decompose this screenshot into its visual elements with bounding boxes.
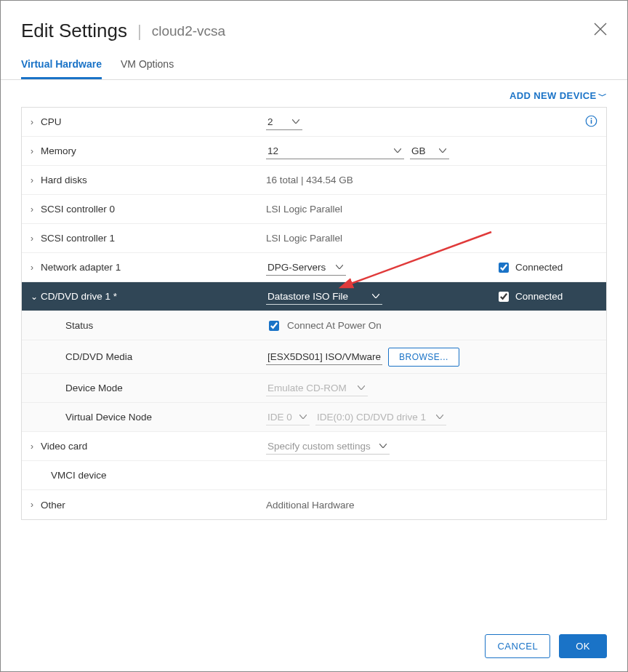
vdn-label: Virtual Device Node [41, 412, 266, 423]
row-scsi-0[interactable]: › SCSI controller 0 LSI Logic Parallel [22, 195, 606, 224]
row-virtual-device-node: Virtual Device Node IDE 0 IDE(0:0) CD/DV… [22, 403, 606, 432]
expand-icon[interactable]: › [31, 233, 41, 244]
add-new-device-label: ADD NEW DEVICE [510, 90, 597, 101]
info-icon[interactable] [585, 115, 597, 129]
tab-virtual-hardware[interactable]: Virtual Hardware [21, 52, 102, 79]
row-memory[interactable]: › Memory 12 GB [22, 137, 606, 166]
row-other[interactable]: › Other Additional Hardware [22, 490, 606, 519]
other-label: Other [41, 500, 266, 511]
toolbar: ADD NEW DEVICE﹀ [1, 80, 627, 107]
expand-icon[interactable]: › [31, 500, 41, 510]
expand-icon[interactable]: › [31, 263, 41, 273]
dialog-title: Edit Settings [21, 20, 127, 42]
hardware-table-container: › CPU 2 › Memory 12 [1, 107, 627, 621]
row-cd-dvd-media: CD/DVD Media BROWSE... [22, 340, 606, 374]
net1-label: Network adapter 1 [41, 262, 266, 273]
expand-icon[interactable]: › [31, 146, 41, 156]
expand-icon[interactable]: › [31, 204, 41, 215]
chevron-down-icon: ﹀ [598, 91, 607, 101]
row-vmci-device: VMCI device [22, 461, 606, 490]
status-label: Status [41, 320, 266, 331]
scsi1-label: SCSI controller 1 [41, 233, 266, 244]
collapse-icon[interactable]: ⌄ [31, 292, 41, 302]
row-cd-dvd-drive-1[interactable]: ⌄ CD/DVD drive 1 * Datastore ISO File Co… [22, 282, 606, 311]
vmci-label: VMCI device [41, 470, 266, 481]
row-video-card[interactable]: › Video card Specify custom settings [22, 432, 606, 461]
video-select[interactable]: Specify custom settings [266, 439, 390, 455]
connect-at-power-on-label: Connect At Power On [287, 320, 382, 331]
cpu-select[interactable]: 2 [266, 114, 302, 130]
other-value: Additional Hardware [266, 500, 496, 511]
scsi0-label: SCSI controller 0 [41, 204, 266, 215]
net1-connected-label: Connected [515, 262, 563, 273]
row-scsi-1[interactable]: › SCSI controller 1 LSI Logic Parallel [22, 224, 606, 253]
dialog-subtitle: cloud2-vcsa [152, 23, 225, 39]
device-mode-label: Device Mode [41, 383, 266, 393]
connect-at-power-on-checkbox[interactable] [269, 321, 279, 331]
tab-bar: Virtual Hardware VM Options [1, 52, 627, 80]
expand-icon[interactable]: › [31, 441, 41, 452]
video-label: Video card [41, 441, 266, 452]
row-hard-disks[interactable]: › Hard disks 16 total | 434.54 GB [22, 166, 606, 195]
cpu-label: CPU [41, 116, 266, 127]
hard-disks-value: 16 total | 434.54 GB [266, 175, 496, 185]
net1-connected-checkbox[interactable] [499, 263, 509, 273]
scsi0-value: LSI Logic Parallel [266, 204, 496, 215]
vdn-ide-select: IDE 0 [266, 409, 310, 425]
browse-button[interactable]: BROWSE... [388, 348, 459, 367]
cddvd-connected-label: Connected [515, 291, 563, 302]
row-device-mode: Device Mode Emulate CD-ROM [22, 374, 606, 403]
cddvd-label: CD/DVD drive 1 * [41, 291, 266, 302]
hardware-table: › CPU 2 › Memory 12 [21, 107, 607, 520]
row-network-adapter-1[interactable]: › Network adapter 1 DPG-Servers Connecte… [22, 253, 606, 282]
dialog-footer: CANCEL OK [1, 621, 627, 671]
media-label: CD/DVD Media [41, 351, 266, 362]
title-divider: | [137, 22, 142, 41]
network-select[interactable]: DPG-Servers [266, 260, 346, 276]
edit-settings-dialog: Edit Settings | cloud2-vcsa Virtual Hard… [0, 0, 628, 672]
expand-icon[interactable]: › [31, 117, 41, 127]
cancel-button[interactable]: CANCEL [485, 634, 550, 658]
expand-icon[interactable]: › [31, 175, 41, 185]
close-icon[interactable] [594, 23, 607, 39]
memory-unit-select[interactable]: GB [410, 143, 449, 159]
device-mode-select: Emulate CD-ROM [266, 380, 368, 396]
row-status: Status Connect At Power On [22, 311, 606, 340]
dialog-header: Edit Settings | cloud2-vcsa [1, 1, 627, 52]
memory-label: Memory [41, 145, 266, 156]
add-new-device-button[interactable]: ADD NEW DEVICE﹀ [510, 90, 607, 101]
ok-button[interactable]: OK [559, 634, 607, 658]
svg-rect-4 [591, 119, 592, 123]
tab-vm-options[interactable]: VM Options [121, 52, 174, 79]
cddvd-source-select[interactable]: Datastore ISO File [266, 289, 382, 305]
cddvd-connected-checkbox[interactable] [499, 292, 509, 302]
row-cpu[interactable]: › CPU 2 [22, 108, 606, 137]
memory-value-select[interactable]: 12 [266, 143, 404, 159]
svg-point-3 [591, 118, 592, 119]
media-path-input[interactable] [266, 349, 382, 365]
vdn-slot-select: IDE(0:0) CD/DVD drive 1 [315, 409, 446, 425]
scsi1-value: LSI Logic Parallel [266, 233, 496, 244]
hard-disks-label: Hard disks [41, 175, 266, 185]
